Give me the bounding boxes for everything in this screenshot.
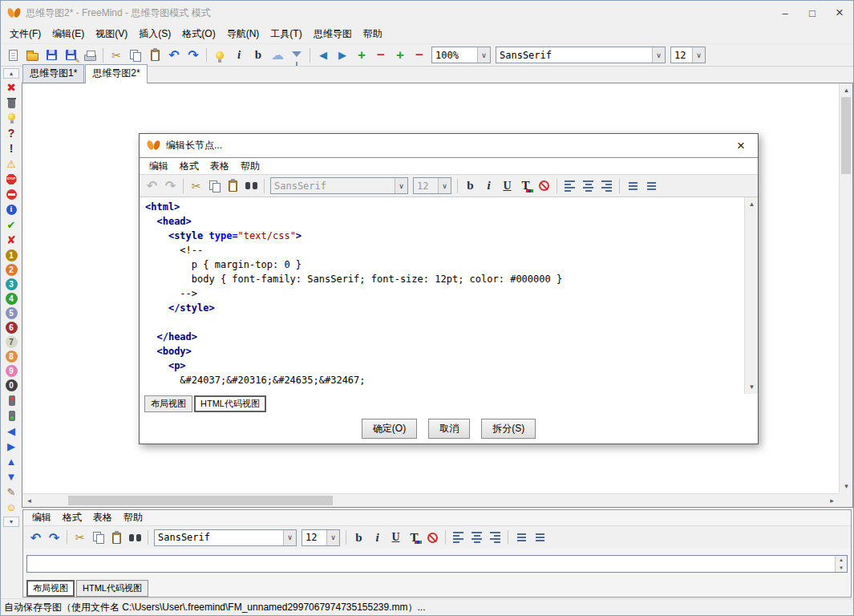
save-as-icon[interactable]: ✎ — [61, 46, 80, 65]
align-right-icon[interactable] — [597, 177, 616, 195]
open-map-icon[interactable] — [22, 46, 42, 65]
paste-icon[interactable] — [145, 46, 164, 65]
copy-icon[interactable] — [89, 529, 107, 546]
sidebar-scroll-up-icon[interactable]: ▴ — [3, 68, 19, 79]
menu-tools[interactable]: 工具(T) — [265, 25, 307, 43]
chevron-down-icon[interactable]: ∨ — [652, 47, 665, 63]
bottom-menu-format[interactable]: 格式 — [57, 509, 87, 526]
dialog-tab-layout-view[interactable]: 布局视图 — [144, 395, 192, 412]
scrollbar-track[interactable] — [840, 97, 852, 480]
decrease-icon[interactable]: − — [410, 46, 429, 65]
note-input-text[interactable] — [27, 556, 835, 572]
undo-icon[interactable]: ↶ — [143, 177, 161, 195]
menu-mindmap[interactable]: 思维导图 — [308, 25, 358, 43]
priority-7-icon[interactable]: 7 — [6, 336, 18, 348]
bold-icon[interactable]: b — [249, 46, 268, 65]
priority-3-icon[interactable]: 3 — [6, 278, 18, 290]
ok-icon[interactable]: ✔ — [5, 218, 18, 232]
titlebar[interactable]: 思维导图2* - FreeMind - 思维导图模式 模式 – □ × — [1, 1, 853, 25]
redo-icon[interactable]: ↷ — [184, 46, 203, 65]
priority-6-icon[interactable]: 6 — [6, 322, 18, 334]
priority-4-icon[interactable]: 4 — [6, 293, 18, 305]
dialog-titlebar[interactable]: 编辑长节点... × — [140, 134, 758, 158]
bottom-menu-help[interactable]: 帮助 — [118, 509, 148, 526]
sidebar-scroll-down-icon[interactable]: ▾ — [3, 517, 19, 527]
scrollbar-thumb[interactable] — [68, 496, 333, 505]
menu-edit[interactable]: 编辑(E) — [47, 25, 90, 43]
remove-format-icon[interactable] — [535, 177, 553, 195]
align-center-icon[interactable] — [467, 529, 486, 546]
bottom-menu-table[interactable]: 表格 — [87, 509, 118, 526]
idea-icon[interactable] — [5, 111, 18, 125]
stop-sign-icon[interactable] — [5, 172, 18, 186]
dialog-menu-help[interactable]: 帮助 — [235, 158, 265, 175]
italic-icon[interactable]: i — [368, 529, 387, 546]
close-button[interactable]: × — [826, 1, 853, 25]
idea-icon[interactable] — [210, 46, 229, 65]
font-size-select[interactable]: 12 ∨ — [670, 47, 706, 63]
not-ok-icon[interactable]: ✘ — [5, 233, 18, 247]
canvas-horizontal-scrollbar[interactable]: ◂ ▸ — [22, 493, 839, 507]
minimize-button[interactable]: – — [771, 1, 799, 25]
dialog-menu-table[interactable]: 表格 — [204, 158, 235, 175]
menu-file[interactable]: 文件(F) — [4, 25, 47, 43]
forward-arrow-icon[interactable]: ▶ — [5, 440, 18, 453]
remove-all-icons-icon[interactable] — [5, 96, 18, 110]
save-map-icon[interactable] — [42, 46, 61, 65]
bullet-list-icon[interactable] — [623, 177, 642, 195]
filter-icon[interactable] — [287, 46, 306, 65]
cut-icon[interactable]: ✂ — [107, 46, 126, 65]
undo-icon[interactable]: ↶ — [26, 529, 45, 546]
important-icon[interactable]: ! — [5, 142, 18, 156]
menu-insert[interactable]: 插入(S) — [133, 25, 176, 43]
priority-0-icon[interactable]: 0 — [6, 379, 18, 391]
canvas-vertical-scrollbar[interactable]: ▴ ▾ — [839, 83, 852, 493]
forward-icon[interactable]: ▶ — [333, 46, 352, 65]
up-arrow-icon[interactable]: ▲ — [5, 455, 18, 468]
font-family-select[interactable]: SansSerif ∨ — [496, 47, 666, 63]
priority-9-icon[interactable]: 9 — [6, 365, 18, 377]
print-icon[interactable] — [80, 46, 99, 65]
menu-help[interactable]: 帮助 — [358, 25, 388, 43]
priority-1-icon[interactable]: 1 — [6, 249, 18, 261]
code-editor-content[interactable]: <html> <head> <style type="text/css"> <!… — [140, 197, 744, 394]
chevron-down-icon[interactable]: ∨ — [326, 530, 339, 545]
numbered-list-icon[interactable] — [642, 177, 660, 195]
stoplight-green-icon[interactable] — [5, 409, 18, 423]
pencil-icon[interactable]: ✎ — [5, 485, 18, 499]
priority-2-icon[interactable]: 2 — [6, 264, 18, 276]
redo-icon[interactable]: ↷ — [161, 177, 180, 195]
paste-icon[interactable] — [224, 177, 242, 195]
smiley-icon[interactable]: ☺ — [5, 500, 18, 514]
bottom-menu-edit[interactable]: 编辑 — [26, 509, 57, 526]
menu-view[interactable]: 视图(V) — [90, 25, 133, 43]
ok-button[interactable]: 确定(O) — [362, 419, 417, 439]
back-arrow-icon[interactable]: ◀ — [5, 424, 18, 438]
font-color-icon[interactable]: T — [405, 529, 423, 546]
scroll-down-icon[interactable]: ▾ — [836, 564, 847, 572]
code-editor[interactable]: <html> <head> <style type="text/css"> <!… — [140, 197, 758, 394]
down-arrow-icon[interactable]: ▼ — [5, 470, 18, 484]
menu-format[interactable]: 格式(O) — [176, 25, 221, 43]
bold-icon[interactable]: b — [461, 177, 480, 195]
scrollbar-thumb[interactable] — [841, 97, 851, 174]
scroll-left-icon[interactable]: ◂ — [22, 494, 36, 508]
dialog-menu-format[interactable]: 格式 — [174, 158, 204, 175]
split-button[interactable]: 拆分(S) — [481, 419, 536, 439]
tab-mindmap1[interactable]: 思维导图1* — [22, 64, 84, 83]
warning-icon[interactable]: ⚠ — [5, 157, 18, 171]
remove-icon[interactable]: ✖ — [5, 81, 18, 95]
dialog-menu-edit[interactable]: 编辑 — [144, 158, 174, 175]
bold-icon[interactable]: b — [350, 529, 368, 546]
copy-icon[interactable] — [205, 177, 224, 195]
scroll-up-icon[interactable]: ▴ — [745, 197, 759, 211]
back-icon[interactable]: ◀ — [314, 46, 333, 65]
underline-icon[interactable]: U — [387, 529, 405, 546]
priority-8-icon[interactable]: 8 — [6, 351, 18, 363]
align-left-icon[interactable] — [561, 177, 579, 195]
scrollbar-track[interactable] — [745, 211, 758, 380]
find-icon[interactable] — [126, 529, 144, 546]
bottom-tab-html-view[interactable]: HTML代码视图 — [76, 580, 148, 597]
bottom-tab-layout-view[interactable]: 布局视图 — [26, 580, 75, 597]
italic-icon[interactable]: i — [229, 46, 249, 65]
